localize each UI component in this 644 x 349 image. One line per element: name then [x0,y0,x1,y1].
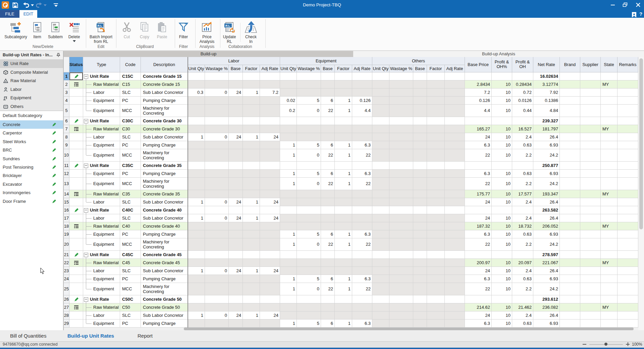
svg-text:RL: RL [98,24,103,27]
svg-text:RL: RL [225,24,231,27]
